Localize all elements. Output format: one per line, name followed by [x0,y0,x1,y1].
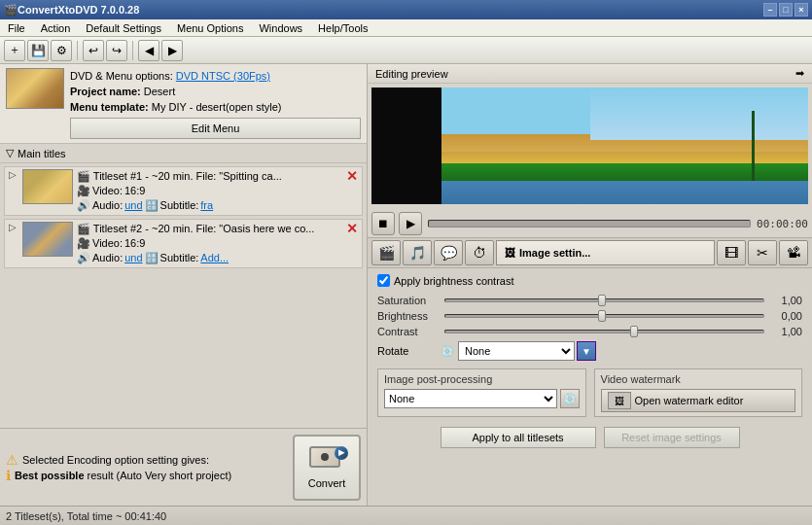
video-icon: 🎥 [77,184,90,198]
open-watermark-label: Open watermark editor [635,395,744,406]
settings-button[interactable]: ⚙ [51,40,72,61]
rotate-select[interactable]: None 90° CW 90° CCW 180° [458,341,575,361]
app-icon: 🎬 [4,4,18,17]
minimize-button[interactable]: – [763,3,777,17]
statusbar-text: 2 Titleset(s), Total time ~ 00:41:40 [6,510,166,522]
titleset1-video-value: 16:9 [124,184,145,198]
titleset1-audio-row: 🔊 Audio: und 🔠 Subtitle: fra [77,198,342,213]
rotate-arrow-button[interactable]: ▼ [577,341,596,361]
main-titles-label: Main titles [18,148,66,159]
menu-default-settings[interactable]: Default Settings [82,21,165,35]
editing-preview-title: Editing preview [375,68,448,80]
audio-settings-tab[interactable]: 🎵 [403,240,432,265]
cut-settings-tab[interactable]: ✂ [748,240,777,265]
forward-button[interactable]: ▶ [161,40,183,61]
saturation-value: 1,00 [768,295,802,306]
contrast-slider[interactable] [444,330,764,333]
subtitle-settings-tab[interactable]: 💬 [434,240,463,265]
titleset1-video-row: 🎥 Video: 16:9 [77,184,342,198]
project-label: Project name: [70,86,141,97]
titleset2-remove-button[interactable]: ✕ [346,222,358,235]
titleset1-subtitle-link[interactable]: fra [200,198,213,213]
brightness-checkbox-row: Apply brightness contrast [377,274,802,287]
reset-button[interactable]: Reset image settings [604,427,740,448]
transitions-settings-tab[interactable]: 🎞 [717,240,746,265]
left-panel: DVD & Menu options: DVD NTSC (30Fps) Pro… [0,64,368,506]
maximize-button[interactable]: □ [779,3,793,17]
settings-tabs: 🎬 🎵 💬 ⏱ 🖼 Image settin... 🎞 ✂ 📽 [368,237,812,268]
titleset-item: ▷ 🎬 Titleset #2 - ~20 min. File: "Oasis … [4,219,363,268]
expand-icon: ▽ [6,147,14,159]
stop-button[interactable]: ⏹ [371,212,395,235]
saturation-label: Saturation [377,295,441,306]
video-icon-2: 🎥 [77,236,90,251]
image-settings-tab-label[interactable]: 🖼 Image settin... [496,240,715,265]
titleset2-video-value: 16:9 [124,236,145,251]
brightness-row: Brightness 0,00 [377,310,802,322]
titleset2-expand[interactable]: ▷ [9,222,17,232]
titleset1-subtitle-label: Subtitle: [160,198,199,213]
rotate-row: Rotate 💿 None 90° CW 90° CCW 180° ▼ [377,341,802,361]
titleset2-subtitle-link[interactable]: Add... [200,251,229,265]
add-button[interactable]: ＋ [4,40,25,61]
info-icon: ℹ [6,468,11,483]
titleset1-info: 🎬 Titleset #1 - ~20 min. File: "Spitting… [77,169,342,213]
editing-preview-header: Editing preview ➡ [368,64,812,84]
settings-content: Apply brightness contrast Saturation 1,0… [368,268,812,506]
apply-all-button[interactable]: Apply to all titlesets [441,427,596,448]
menubar: File Action Default Settings Menu Option… [0,19,812,37]
saturation-slider[interactable] [444,298,764,302]
titleset1-expand[interactable]: ▷ [9,169,17,180]
arrow-icon: ➡ [795,67,804,80]
dvd-format-link[interactable]: DVD NTSC (30Fps) [176,70,270,82]
edit-menu-button[interactable]: Edit Menu [70,118,361,139]
brightness-label: Brightness [377,310,441,322]
titleset1-remove-button[interactable]: ✕ [346,169,358,183]
save-button[interactable]: 💾 [27,40,49,61]
video-settings-tab[interactable]: 🎬 [371,240,401,265]
apply-brightness-label: Apply brightness contrast [394,275,514,287]
timecode-display: 00:00:00 [757,218,808,230]
video-watermark-title: Video watermark [601,373,796,385]
effects-settings-tab[interactable]: 📽 [779,240,808,265]
image-post-select[interactable]: None [384,389,557,408]
undo-button[interactable]: ↩ [83,40,104,61]
titleset1-audio-label: Audio: [92,198,123,213]
brightness-slider[interactable] [444,314,764,318]
menu-help-tools[interactable]: Help/Tools [314,21,371,35]
timeline-scrubber[interactable] [428,220,751,228]
menu-menu-options[interactable]: Menu Options [173,21,247,35]
titleset1-thumbnail [22,169,73,204]
titleset1-audio-link[interactable]: und [124,198,142,213]
open-watermark-button[interactable]: 🖼 Open watermark editor [601,389,796,412]
toolbar: ＋ 💾 ⚙ ↩ ↪ ◀ ▶ [0,37,812,64]
titleset-item: ▷ 🎬 Titleset #1 - ~20 min. File: "Spitti… [4,166,363,216]
project-name: Desert [144,86,175,97]
menu-windows[interactable]: Windows [255,21,306,35]
back-button[interactable]: ◀ [138,40,159,61]
contrast-row: Contrast 1,00 [377,326,802,337]
contrast-value: 1,00 [768,326,802,337]
close-button[interactable]: × [794,3,808,17]
apply-brightness-checkbox[interactable] [377,274,390,287]
preview-controls: ⏹ ▶ 00:00:00 [368,208,812,237]
rotate-label: Rotate [377,345,441,357]
warning-icon: ⚠ [6,452,18,468]
main-titles-header: ▽ Main titles [0,144,367,163]
bottom-left-panel: ⚠ Selected Encoding option setting gives… [0,428,367,506]
app-title: ConvertXtoDVD 7.0.0.28 [18,4,139,16]
convert-button[interactable]: ▶ Convert [293,435,361,501]
image-settings-label: Image settin... [519,247,590,259]
titleset1-video-label: Video: [92,184,123,198]
image-post-processing: Image post-processing None 💿 [377,368,586,417]
redo-button[interactable]: ↪ [106,40,127,61]
play-button[interactable]: ▶ [399,212,422,235]
titleset2-audio-link[interactable]: und [124,251,142,265]
titleset2-title: 🎬 Titleset #2 - ~20 min. File: "Oasis he… [77,222,342,236]
chapters-settings-tab[interactable]: ⏱ [465,240,494,265]
image-post-icon-btn[interactable]: 💿 [560,389,580,408]
menu-action[interactable]: Action [37,21,75,35]
menu-file[interactable]: File [4,21,29,35]
image-settings-icon: 🖼 [505,247,515,259]
rotate-dvd-icon: 💿 [441,345,454,358]
